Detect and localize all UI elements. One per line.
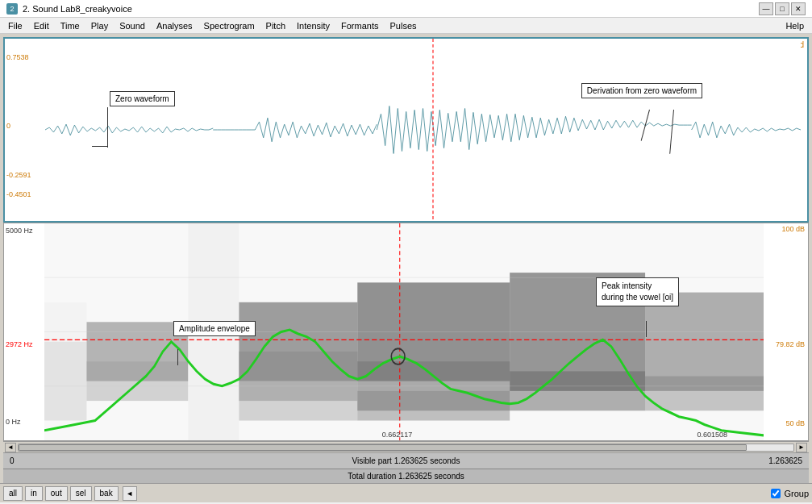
spectrogram-svg bbox=[44, 223, 764, 440]
zero-waveform-line bbox=[107, 107, 108, 148]
menu-formants[interactable]: Formants bbox=[336, 19, 383, 32]
svg-rect-10 bbox=[239, 381, 357, 421]
sel-button[interactable]: sel bbox=[70, 486, 92, 501]
time-visible-start: 0 bbox=[10, 456, 15, 465]
hz-label-5000: 5000 Hz bbox=[6, 227, 33, 235]
time-marker-2: 0.601508 bbox=[697, 431, 727, 439]
menu-pitch[interactable]: Pitch bbox=[261, 19, 290, 32]
svg-rect-15 bbox=[510, 371, 645, 410]
svg-rect-17 bbox=[645, 377, 764, 411]
derivation-annotation: Derivation from zero waveform bbox=[581, 83, 702, 98]
bak-button[interactable]: bak bbox=[94, 486, 119, 501]
menu-analyses[interactable]: Analyses bbox=[152, 19, 198, 32]
time-visible-end: 1.263625 bbox=[768, 456, 802, 465]
title-bar: 2 2. Sound Lab8_creakyvoice — □ ✕ bbox=[0, 0, 812, 18]
y-label-zero: 0 bbox=[6, 122, 10, 130]
y-label-neg1: -0.2591 bbox=[6, 171, 31, 179]
amplitude-line bbox=[177, 349, 178, 365]
scroll-track[interactable] bbox=[18, 444, 794, 452]
amplitude-envelope-annotation: Amplitude envelope bbox=[173, 321, 256, 336]
scroll-thumb[interactable] bbox=[19, 444, 747, 451]
menu-file[interactable]: File bbox=[3, 19, 27, 32]
menu-sound[interactable]: Sound bbox=[115, 19, 150, 32]
svg-rect-4 bbox=[44, 302, 86, 342]
menu-pulses[interactable]: Pulses bbox=[385, 19, 422, 32]
db-label-bottom: 50 dB bbox=[785, 419, 805, 427]
hz-label-2972: 2972 Hz bbox=[6, 340, 33, 348]
app-icon: 2 bbox=[6, 3, 18, 15]
window-controls[interactable]: — □ ✕ bbox=[759, 2, 806, 15]
in-button[interactable]: in bbox=[25, 486, 43, 501]
duration-bar: Total duration 1.263625 seconds bbox=[3, 469, 809, 483]
menu-help[interactable]: Help bbox=[781, 19, 809, 32]
svg-rect-0 bbox=[45, 39, 801, 221]
y-label-neg2: -0.4501 bbox=[6, 190, 31, 198]
db-label-top: 100 dB bbox=[781, 225, 805, 233]
db-label-mid: 79.82 dB bbox=[776, 340, 805, 348]
menu-spectrogram[interactable]: Spectrogram bbox=[199, 19, 260, 32]
total-duration-label: Total duration 1.263625 seconds bbox=[348, 472, 464, 481]
waveform-svg bbox=[45, 39, 801, 221]
peak-line bbox=[646, 321, 647, 337]
waveform-panel: 0.662117 iable sound 0.7538 0 -0.2591 -0… bbox=[3, 37, 809, 223]
close-button[interactable]: ✕ bbox=[791, 2, 806, 15]
peak-intensity-annotation: Peak intensityduring the vowel [oi] bbox=[596, 277, 679, 306]
svg-rect-3 bbox=[44, 342, 86, 421]
all-button[interactable]: all bbox=[3, 486, 23, 501]
svg-rect-6 bbox=[86, 361, 188, 401]
spectrogram-panel: derived spectrogram — derived intensity … bbox=[3, 223, 809, 441]
time-marker-1: 0.662117 bbox=[382, 431, 413, 439]
scroll-right-arrow[interactable]: ► bbox=[796, 443, 807, 452]
menu-play[interactable]: Play bbox=[86, 19, 113, 32]
hz-label-0: 0 Hz bbox=[6, 418, 21, 426]
group-checkbox[interactable] bbox=[771, 489, 781, 498]
zero-waveform-annotation: Zero waveform bbox=[110, 91, 175, 106]
scroll-left-arrow[interactable]: ◄ bbox=[5, 443, 16, 452]
window-title: 2. Sound Lab8_creakyvoice bbox=[23, 4, 132, 14]
zero-waveform-arrow bbox=[92, 146, 108, 147]
scroll-nav-button[interactable]: ◄ bbox=[123, 486, 137, 501]
menu-time[interactable]: Time bbox=[56, 19, 85, 32]
minimize-button[interactable]: — bbox=[759, 2, 773, 15]
footer: all in out sel bak ◄ Group bbox=[0, 483, 812, 502]
y-label-top: 0.7538 bbox=[6, 53, 29, 61]
menu-edit[interactable]: Edit bbox=[29, 19, 54, 32]
scrollbar[interactable]: ◄ ► bbox=[3, 441, 809, 452]
maximize-button[interactable]: □ bbox=[775, 2, 789, 15]
out-button[interactable]: out bbox=[45, 486, 68, 501]
group-label: Group bbox=[784, 489, 809, 498]
time-bar: 0 Visible part 1.263625 seconds 1.263625 bbox=[3, 452, 809, 469]
visible-part-label: Visible part 1.263625 seconds bbox=[352, 456, 460, 465]
svg-rect-13 bbox=[357, 391, 510, 421]
menu-bar: File Edit Time Play Sound Analyses Spect… bbox=[0, 18, 812, 34]
menu-intensity[interactable]: Intensity bbox=[292, 19, 335, 32]
footer-right: Group bbox=[771, 489, 809, 498]
